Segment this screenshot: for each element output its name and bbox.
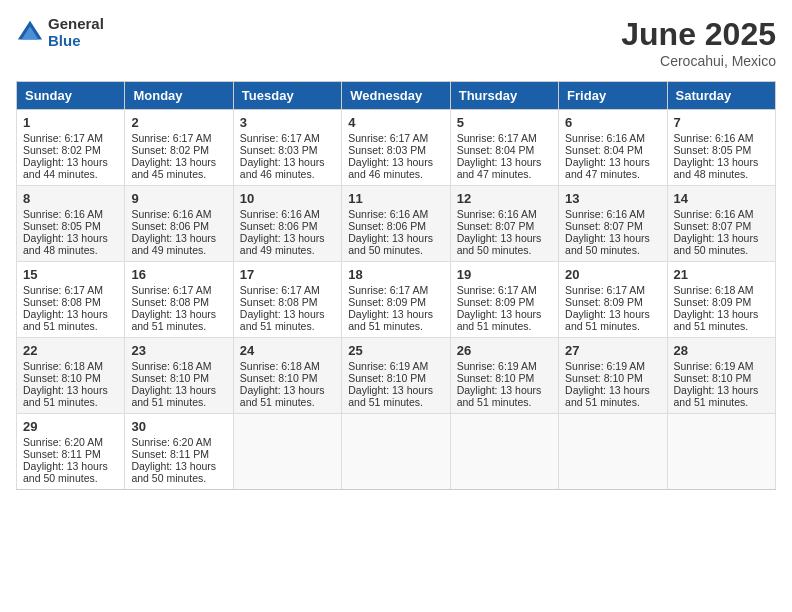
sunset-text: Sunset: 8:09 PM <box>457 296 552 308</box>
sunset-text: Sunset: 8:11 PM <box>23 448 118 460</box>
calendar-body: 1Sunrise: 6:17 AMSunset: 8:02 PMDaylight… <box>17 110 776 490</box>
table-cell: 29Sunrise: 6:20 AMSunset: 8:11 PMDayligh… <box>17 414 125 490</box>
day-number: 27 <box>565 343 660 358</box>
sunrise-text: Sunrise: 6:17 AM <box>565 284 660 296</box>
day-number: 16 <box>131 267 226 282</box>
daylight-text: Daylight: 13 hours and 44 minutes. <box>23 156 118 180</box>
daylight-text: Daylight: 13 hours and 45 minutes. <box>131 156 226 180</box>
sunset-text: Sunset: 8:10 PM <box>674 372 769 384</box>
table-cell: 13Sunrise: 6:16 AMSunset: 8:07 PMDayligh… <box>559 186 667 262</box>
title-area: June 2025 Cerocahui, Mexico <box>621 16 776 69</box>
day-number: 28 <box>674 343 769 358</box>
day-number: 4 <box>348 115 443 130</box>
sunset-text: Sunset: 8:10 PM <box>348 372 443 384</box>
table-cell: 27Sunrise: 6:19 AMSunset: 8:10 PMDayligh… <box>559 338 667 414</box>
sunrise-text: Sunrise: 6:19 AM <box>348 360 443 372</box>
table-cell: 26Sunrise: 6:19 AMSunset: 8:10 PMDayligh… <box>450 338 558 414</box>
sunset-text: Sunset: 8:06 PM <box>348 220 443 232</box>
col-saturday: Saturday <box>667 82 775 110</box>
table-cell <box>342 414 450 490</box>
daylight-text: Daylight: 13 hours and 51 minutes. <box>23 384 118 408</box>
sunrise-text: Sunrise: 6:17 AM <box>131 132 226 144</box>
sunrise-text: Sunrise: 6:19 AM <box>674 360 769 372</box>
day-number: 7 <box>674 115 769 130</box>
sunset-text: Sunset: 8:02 PM <box>23 144 118 156</box>
col-wednesday: Wednesday <box>342 82 450 110</box>
daylight-text: Daylight: 13 hours and 51 minutes. <box>240 308 335 332</box>
calendar-header-row: Sunday Monday Tuesday Wednesday Thursday… <box>17 82 776 110</box>
calendar-subtitle: Cerocahui, Mexico <box>621 53 776 69</box>
sunrise-text: Sunrise: 6:18 AM <box>240 360 335 372</box>
sunset-text: Sunset: 8:11 PM <box>131 448 226 460</box>
sunset-text: Sunset: 8:09 PM <box>674 296 769 308</box>
sunrise-text: Sunrise: 6:16 AM <box>131 208 226 220</box>
sunset-text: Sunset: 8:10 PM <box>565 372 660 384</box>
day-number: 11 <box>348 191 443 206</box>
sunrise-text: Sunrise: 6:19 AM <box>457 360 552 372</box>
sunset-text: Sunset: 8:04 PM <box>565 144 660 156</box>
table-cell <box>450 414 558 490</box>
daylight-text: Daylight: 13 hours and 50 minutes. <box>457 232 552 256</box>
sunrise-text: Sunrise: 6:17 AM <box>23 284 118 296</box>
sunrise-text: Sunrise: 6:20 AM <box>23 436 118 448</box>
sunset-text: Sunset: 8:04 PM <box>457 144 552 156</box>
header: General Blue June 2025 Cerocahui, Mexico <box>16 16 776 69</box>
day-number: 21 <box>674 267 769 282</box>
calendar-week-row: 29Sunrise: 6:20 AMSunset: 8:11 PMDayligh… <box>17 414 776 490</box>
sunset-text: Sunset: 8:09 PM <box>348 296 443 308</box>
sunrise-text: Sunrise: 6:17 AM <box>457 284 552 296</box>
sunrise-text: Sunrise: 6:16 AM <box>457 208 552 220</box>
day-number: 29 <box>23 419 118 434</box>
table-cell: 14Sunrise: 6:16 AMSunset: 8:07 PMDayligh… <box>667 186 775 262</box>
logo-blue-text: Blue <box>48 33 104 50</box>
daylight-text: Daylight: 13 hours and 51 minutes. <box>131 384 226 408</box>
daylight-text: Daylight: 13 hours and 48 minutes. <box>674 156 769 180</box>
day-number: 6 <box>565 115 660 130</box>
calendar-week-row: 1Sunrise: 6:17 AMSunset: 8:02 PMDaylight… <box>17 110 776 186</box>
day-number: 15 <box>23 267 118 282</box>
sunset-text: Sunset: 8:10 PM <box>131 372 226 384</box>
day-number: 18 <box>348 267 443 282</box>
sunset-text: Sunset: 8:03 PM <box>348 144 443 156</box>
daylight-text: Daylight: 13 hours and 51 minutes. <box>565 384 660 408</box>
table-cell <box>667 414 775 490</box>
day-number: 9 <box>131 191 226 206</box>
sunrise-text: Sunrise: 6:16 AM <box>23 208 118 220</box>
daylight-text: Daylight: 13 hours and 51 minutes. <box>348 384 443 408</box>
day-number: 14 <box>674 191 769 206</box>
daylight-text: Daylight: 13 hours and 47 minutes. <box>457 156 552 180</box>
day-number: 26 <box>457 343 552 358</box>
sunset-text: Sunset: 8:08 PM <box>23 296 118 308</box>
sunset-text: Sunset: 8:08 PM <box>240 296 335 308</box>
table-cell: 2Sunrise: 6:17 AMSunset: 8:02 PMDaylight… <box>125 110 233 186</box>
day-number: 23 <box>131 343 226 358</box>
sunrise-text: Sunrise: 6:18 AM <box>23 360 118 372</box>
daylight-text: Daylight: 13 hours and 51 minutes. <box>348 308 443 332</box>
sunset-text: Sunset: 8:10 PM <box>457 372 552 384</box>
sunrise-text: Sunrise: 6:16 AM <box>240 208 335 220</box>
col-tuesday: Tuesday <box>233 82 341 110</box>
day-number: 8 <box>23 191 118 206</box>
table-cell <box>233 414 341 490</box>
logo-text: General Blue <box>48 16 104 49</box>
day-number: 2 <box>131 115 226 130</box>
day-number: 12 <box>457 191 552 206</box>
calendar-title: June 2025 <box>621 16 776 53</box>
sunrise-text: Sunrise: 6:17 AM <box>23 132 118 144</box>
table-cell: 6Sunrise: 6:16 AMSunset: 8:04 PMDaylight… <box>559 110 667 186</box>
sunrise-text: Sunrise: 6:17 AM <box>348 284 443 296</box>
sunset-text: Sunset: 8:07 PM <box>457 220 552 232</box>
daylight-text: Daylight: 13 hours and 50 minutes. <box>131 460 226 484</box>
sunrise-text: Sunrise: 6:17 AM <box>457 132 552 144</box>
sunrise-text: Sunrise: 6:17 AM <box>240 284 335 296</box>
day-number: 24 <box>240 343 335 358</box>
day-number: 19 <box>457 267 552 282</box>
sunrise-text: Sunrise: 6:17 AM <box>240 132 335 144</box>
table-cell: 4Sunrise: 6:17 AMSunset: 8:03 PMDaylight… <box>342 110 450 186</box>
table-cell: 12Sunrise: 6:16 AMSunset: 8:07 PMDayligh… <box>450 186 558 262</box>
sunset-text: Sunset: 8:02 PM <box>131 144 226 156</box>
sunrise-text: Sunrise: 6:16 AM <box>565 208 660 220</box>
table-cell: 11Sunrise: 6:16 AMSunset: 8:06 PMDayligh… <box>342 186 450 262</box>
table-cell: 24Sunrise: 6:18 AMSunset: 8:10 PMDayligh… <box>233 338 341 414</box>
day-number: 3 <box>240 115 335 130</box>
